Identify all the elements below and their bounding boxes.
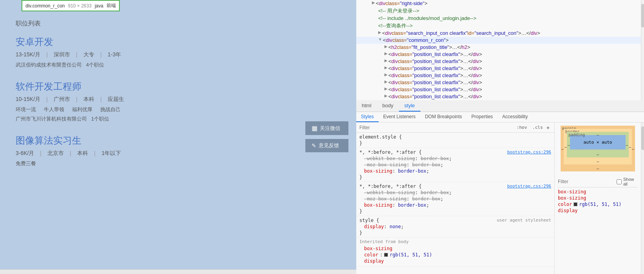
element-tooltip: div.common_r_con 910 × 2633 java 前端	[22, 0, 120, 11]
computed-filter-input[interactable]	[558, 179, 617, 184]
tooltip-tab-java[interactable]: java	[95, 3, 103, 9]
job-title-2[interactable]: 软件开发工程师	[16, 80, 341, 93]
feedback-label: 意见反馈	[319, 142, 339, 149]
panel-tab-dom-breakpoints[interactable]: DOM Breakpoints	[420, 112, 467, 122]
expand-14[interactable]: ▶	[384, 94, 388, 98]
sep7: ｜	[38, 150, 43, 157]
job-tags-2: 环境一流 牛人带领 福利优厚 挑战自己	[16, 106, 341, 113]
inherited-label: Inherited from body	[359, 239, 551, 244]
filter-input[interactable]	[359, 125, 515, 130]
show-all-label: Show all	[623, 177, 638, 186]
padding-right: –	[626, 142, 628, 147]
source-content: ▶ <div class="right-side" > <!-- 用户未登录--…	[356, 0, 641, 100]
source-line-6[interactable]: ▼ <div class="common_r_con" >	[356, 37, 641, 44]
panel-tab-accessibility[interactable]: Accessibility	[498, 112, 532, 122]
job-title-1[interactable]: 安卓开发	[16, 36, 341, 48]
panel-tab-properties[interactable]: Properties	[467, 112, 498, 122]
expand-11[interactable]: ▶	[384, 72, 388, 77]
styles-scrollbar[interactable]	[641, 123, 644, 274]
source-scrollbar-thumb	[641, 4, 644, 27]
expand-1[interactable]: ▶	[372, 0, 375, 5]
expand-6[interactable]: ▼	[378, 37, 382, 41]
follow-wechat-button[interactable]: ▦ 关注微信	[305, 121, 348, 135]
webpage-preview: div.common_r_con 910 × 2633 java 前端 职位列表…	[0, 0, 356, 274]
expand-5[interactable]: ▶	[378, 30, 381, 34]
color-swatch	[384, 253, 388, 257]
css-prop-line-1: -webkit-box-sizing: border-box;	[359, 156, 551, 161]
tab-body[interactable]: body	[377, 100, 399, 112]
filter-btns: :hov .cls	[515, 124, 545, 131]
job-title-3[interactable]: 图像算法实习生	[16, 134, 341, 147]
sep3: ｜	[98, 51, 104, 58]
css-sel-1: *, *:before, *:after { bootstrap.css:296	[359, 150, 551, 155]
css-source-2[interactable]: bootstrap.css:296	[507, 184, 551, 189]
expand-7[interactable]: ▶	[384, 44, 388, 49]
css-prop-line-6: box-sizing: border-box;	[359, 202, 551, 208]
show-all-check[interactable]	[617, 179, 622, 184]
box-border: border – – – – padding – – – –	[564, 129, 632, 164]
qr-icon: ▦	[312, 124, 317, 132]
sep1: ｜	[44, 51, 50, 58]
tooltip-tab-frontend[interactable]: 前端	[106, 2, 116, 9]
webpage-content: 职位列表 安卓开发 13-15K/月 ｜ 深圳市 ｜ 大专 ｜ 1-3年 武汉佰…	[0, 12, 356, 187]
job-education-3: 本科	[77, 150, 88, 157]
tag-mentor: 牛人带领	[44, 106, 64, 113]
computed-filter-bar: Show all	[558, 176, 638, 187]
css-sel-2: *, *:before, *:after { bootstrap.css:296	[359, 184, 551, 189]
panel-tab-styles[interactable]: Styles	[356, 112, 379, 122]
job-meta-3: 3-6K/月 ｜ 北京市 ｜ 本科 ｜ 1年以下	[16, 150, 341, 157]
source-line-1: ▶ <div class="right-side" >	[356, 0, 641, 7]
expand-8[interactable]: ▶	[384, 51, 388, 56]
css-prop-line-2: -moz-box-sizing: border-box;	[359, 162, 551, 168]
expand-9[interactable]: ▶	[384, 58, 388, 63]
panel-tab-events[interactable]: Event Listeners	[379, 112, 420, 122]
computed-prop-color: color rgb(51, 51, 51)	[558, 202, 638, 207]
show-all-checkbox[interactable]: Show all	[617, 177, 638, 186]
tab-html[interactable]: html	[356, 100, 377, 112]
filter-hov-btn[interactable]: :hov	[515, 124, 529, 131]
css-source-ua: user agent stylesheet	[497, 218, 551, 223]
source-scrollbar[interactable]	[641, 0, 644, 100]
expand-13[interactable]: ▶	[384, 87, 388, 91]
element-size: 910 × 2633	[68, 3, 92, 9]
source-line-9: ▶ <div class="position_list clearfix" >……	[356, 58, 641, 65]
css-rule-element-style: element.style { }	[356, 133, 554, 148]
css-source-1[interactable]: bootstrap.css:296	[507, 150, 551, 155]
padding-top: –	[597, 133, 599, 137]
source-line-4: <!--查询条件-->	[356, 22, 641, 30]
feedback-icon: ✎	[312, 142, 316, 149]
content-dimensions: auto × auto	[584, 140, 612, 145]
tag-challenge: 挑战自己	[100, 106, 121, 113]
add-rule-button[interactable]: +	[545, 124, 551, 131]
margin-right: –	[632, 146, 634, 151]
job-company-1: 武汉佰钧成技术有限责任公司 4个职位	[16, 61, 341, 68]
filter-bar: :hov .cls +	[356, 123, 554, 133]
prop-box-sizing-full: box-sizing	[558, 195, 586, 201]
padding-bottom: –	[597, 152, 599, 157]
job-tags-3: 免费三餐	[16, 160, 341, 167]
expand-10[interactable]: ▶	[384, 65, 388, 70]
css-prop-line-5: -moz-box-sizing: border-box;	[359, 196, 551, 202]
padding-label: padding	[568, 133, 585, 137]
tag-env: 环境一流	[16, 106, 36, 113]
side-buttons: ▦ 关注微信 ✎ 意见反馈	[305, 121, 348, 152]
computed-prop-display: display	[558, 208, 638, 213]
css-close-brace-1: }	[359, 175, 551, 180]
follow-wechat-label: 关注微信	[320, 125, 340, 132]
source-area: ▶ <div class="right-side" > <!-- 用户未登录--…	[356, 0, 644, 100]
feedback-button[interactable]: ✎ 意见反馈	[305, 139, 348, 152]
box-model: margin – – – – border – – – – padding	[558, 126, 638, 171]
border-bottom: –	[597, 159, 599, 164]
expand-12[interactable]: ▶	[384, 79, 388, 84]
filter-cls-btn[interactable]: .cls	[530, 124, 545, 131]
job-salary-3: 3-6K/月	[16, 150, 34, 157]
job-education-2: 本科	[83, 96, 94, 103]
val-color: rgb(51, 51, 51)	[579, 202, 621, 207]
job-item-3: 图像算法实习生 3-6K/月 ｜ 北京市 ｜ 本科 ｜ 1年以下 免费三餐	[16, 134, 341, 167]
bottom-scrollbar[interactable]	[0, 269, 356, 274]
tab-style[interactable]: style	[399, 100, 420, 112]
computed-display: display	[359, 258, 551, 264]
source-line-2: <!-- 用户未登录-->	[356, 7, 641, 15]
devtools-panel: ▶ <div class="right-side" > <!-- 用户未登录--…	[356, 0, 644, 274]
source-line-12: ▶ <div class="position_list clearfix" >……	[356, 79, 641, 86]
